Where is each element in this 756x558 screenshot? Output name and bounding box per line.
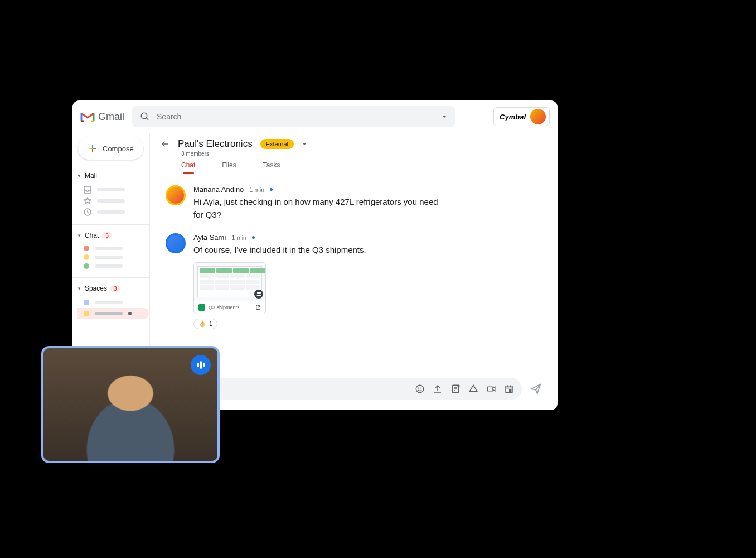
spaces-badge: 3 xyxy=(110,285,120,292)
chat-menu-button[interactable] xyxy=(302,141,307,147)
spaces-label: Spaces xyxy=(85,285,107,292)
video-icon[interactable] xyxy=(486,384,496,394)
svg-point-8 xyxy=(256,292,259,294)
svg-rect-23 xyxy=(510,390,511,392)
search-icon xyxy=(140,112,150,122)
open-external-icon[interactable] xyxy=(255,305,261,310)
unread-dot-icon xyxy=(128,312,132,315)
presence-dot-icon xyxy=(270,188,273,191)
chat-label: Chat xyxy=(85,232,99,239)
send-button[interactable] xyxy=(530,383,542,395)
message: Ayla Sami 1 min Of course, I've included… xyxy=(166,233,542,329)
chat-title: Paul's Electronics xyxy=(178,138,253,150)
compose-label: Compose xyxy=(103,145,134,153)
mail-item-inbox[interactable] xyxy=(77,184,144,195)
message: Mariana Andino 1 min Hi Ayla, just check… xyxy=(166,185,542,221)
calendar-icon[interactable] xyxy=(504,384,514,394)
attachment-preview xyxy=(194,263,265,301)
inbox-icon xyxy=(84,186,91,194)
clock-icon xyxy=(84,208,91,216)
tab-chat[interactable]: Chat xyxy=(181,161,195,174)
search-bar[interactable] xyxy=(132,106,455,127)
spaces-section-header[interactable]: ▼ Spaces 3 xyxy=(72,282,149,295)
brand-name: Cymbal xyxy=(500,113,526,121)
svg-text:+: + xyxy=(458,384,460,387)
gmail-logo-icon xyxy=(80,111,95,122)
plus-icon xyxy=(88,144,97,153)
placeholder-bar xyxy=(95,247,123,250)
caret-down-icon: ▼ xyxy=(77,174,81,179)
chat-badge: 5 xyxy=(102,232,112,239)
avatar[interactable] xyxy=(166,233,186,253)
star-icon xyxy=(84,197,91,205)
tab-files[interactable]: Files xyxy=(222,161,236,174)
message-author: Ayla Sami xyxy=(193,233,226,242)
mail-label: Mail xyxy=(85,172,97,180)
members-count[interactable]: 3 members xyxy=(181,151,547,157)
space-icon xyxy=(84,300,89,305)
sidebar-section-chat: ▼ Chat 5 xyxy=(72,228,149,274)
search-options-icon[interactable] xyxy=(441,113,448,120)
attachment-name: Q3 shipments xyxy=(209,305,252,310)
attachment-card[interactable]: Q3 shipments xyxy=(193,262,266,314)
messages-list: Mariana Andino 1 min Hi Ayla, just check… xyxy=(150,174,558,371)
placeholder-bar xyxy=(95,312,123,315)
emoji-icon[interactable] xyxy=(415,384,425,394)
message-time: 1 min xyxy=(231,234,246,241)
account-avatar xyxy=(530,109,546,124)
placeholder-bar xyxy=(95,256,123,259)
svg-point-0 xyxy=(141,113,147,119)
status-dot-icon xyxy=(84,263,89,269)
presence-dot-icon xyxy=(252,236,255,239)
chat-item[interactable] xyxy=(77,244,144,253)
sidebar-section-mail: ▼ Mail xyxy=(72,169,149,221)
logo-area[interactable]: Gmail xyxy=(80,111,124,123)
svg-line-1 xyxy=(146,118,148,120)
mail-item-starred[interactable] xyxy=(77,195,144,206)
svg-point-11 xyxy=(418,388,419,388)
space-item[interactable] xyxy=(77,297,149,308)
status-dot-icon xyxy=(84,246,89,251)
account-chip[interactable]: Cymbal xyxy=(493,107,550,126)
external-badge: External xyxy=(260,139,294,149)
message-author: Mariana Andino xyxy=(193,185,244,194)
chat-item[interactable] xyxy=(77,253,144,262)
document-icon[interactable]: + xyxy=(450,384,461,394)
space-item-active[interactable] xyxy=(77,308,149,319)
sheets-icon xyxy=(198,304,205,311)
placeholder-bar xyxy=(97,188,125,191)
reaction-emoji: 👌 xyxy=(198,320,206,328)
status-dot-icon xyxy=(84,254,89,260)
svg-point-12 xyxy=(421,388,421,388)
chat-section-header[interactable]: ▼ Chat 5 xyxy=(72,229,149,242)
placeholder-bar xyxy=(95,264,123,268)
mail-section-header[interactable]: ▼ Mail xyxy=(72,170,149,182)
chat-tabs: Chat Files Tasks xyxy=(181,161,547,174)
message-body: Hi Ayla, just checking in on how many 42… xyxy=(193,196,439,221)
placeholder-bar xyxy=(95,301,123,304)
audio-active-icon xyxy=(191,355,211,375)
chat-item[interactable] xyxy=(77,262,144,271)
svg-point-10 xyxy=(416,385,424,393)
drive-icon[interactable] xyxy=(468,384,478,394)
divider xyxy=(72,224,149,225)
reaction-chip[interactable]: 👌 1 xyxy=(193,319,217,329)
back-button[interactable] xyxy=(160,139,170,149)
placeholder-bar xyxy=(97,210,125,214)
caret-down-icon: ▼ xyxy=(77,286,81,291)
video-call-tile[interactable] xyxy=(41,346,220,463)
product-name: Gmail xyxy=(98,111,124,123)
space-icon xyxy=(84,311,89,316)
compose-button[interactable]: Compose xyxy=(78,137,143,160)
avatar[interactable] xyxy=(166,185,186,205)
tab-tasks[interactable]: Tasks xyxy=(263,161,280,174)
caret-down-icon: ▼ xyxy=(77,233,81,238)
upload-icon[interactable] xyxy=(433,384,443,394)
reaction-count: 1 xyxy=(209,320,212,327)
svg-rect-18 xyxy=(487,387,493,391)
search-input[interactable] xyxy=(157,112,434,121)
svg-point-9 xyxy=(259,292,261,294)
chat-header: Paul's Electronics External 3 members Ch… xyxy=(150,133,558,174)
mail-item-snoozed[interactable] xyxy=(77,206,144,218)
message-time: 1 min xyxy=(249,186,264,193)
